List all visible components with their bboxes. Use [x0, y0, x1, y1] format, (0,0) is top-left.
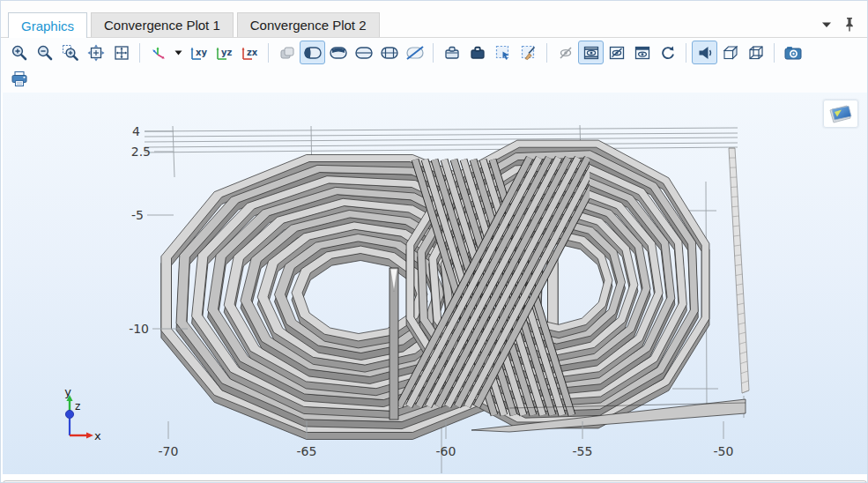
graphics-canvas[interactable]: 42.5-5-10-70-65-60-55-50yzx [3, 93, 867, 474]
svg-text:y: y [64, 385, 71, 398]
graphics-toolbar: xy yz zx [1, 38, 867, 93]
toolbar-separator [546, 43, 547, 63]
svg-text:-70: -70 [159, 444, 179, 458]
svg-text:xy: xy [196, 48, 207, 57]
brush-icon [520, 44, 538, 62]
box-3d-icon [722, 44, 739, 62]
package-light-icon [443, 44, 461, 62]
view-thumbnail-button[interactable] [823, 100, 858, 128]
render-cap-top-button[interactable] [325, 41, 351, 64]
cylinder-split-icon [354, 46, 374, 60]
svg-text:zx: zx [247, 48, 258, 57]
scene-light-button[interactable] [692, 41, 717, 64]
tab-convergence-plot-1[interactable]: Convergence Plot 1 [91, 12, 234, 37]
plot-area: 42.5-5-10-70-65-60-55-50yzx [3, 93, 867, 475]
view-dropdown-button[interactable] [171, 41, 186, 64]
view-hidden-only-button[interactable] [604, 41, 629, 64]
zoom-in-button[interactable] [6, 41, 32, 64]
zoom-extents-button[interactable] [83, 41, 108, 64]
scene-thumbnail-icon [827, 103, 854, 124]
render-off-button[interactable] [402, 41, 427, 64]
eye-slash-gray-icon [557, 44, 575, 62]
zoom-out-icon [36, 44, 54, 62]
toolbar-row-2 [1, 67, 867, 92]
zoom-box-icon [62, 44, 79, 62]
chevron-down-icon[interactable] [820, 18, 834, 32]
zoom-out-button[interactable] [32, 41, 57, 64]
transparency-button[interactable] [274, 41, 300, 64]
svg-text:4: 4 [132, 124, 140, 138]
svg-text:x: x [94, 429, 101, 442]
zoom-in-icon [11, 44, 28, 62]
xy-view-icon: xy [189, 44, 210, 62]
speaker-icon [696, 44, 714, 62]
camera-icon [783, 44, 803, 62]
render-split-button[interactable] [351, 41, 376, 64]
clear-selection-brush-button[interactable] [516, 41, 541, 64]
scene-package-dark-button[interactable] [464, 41, 490, 64]
svg-text:-60: -60 [436, 444, 456, 458]
reset-arrow-icon [659, 44, 677, 62]
toolbar-separator [774, 43, 775, 63]
eye-slash-box-icon [608, 44, 626, 62]
svg-text:yz: yz [221, 48, 233, 57]
zx-view-icon: zx [240, 44, 261, 62]
toolbar-separator [139, 43, 140, 63]
box-solid-button[interactable] [717, 41, 743, 64]
zoom-box-button[interactable] [57, 41, 83, 64]
tab-bar: Graphics Convergence Plot 1 Convergence … [1, 1, 867, 38]
image-snapshot-button[interactable] [780, 41, 805, 64]
go-to-zx-view-button[interactable]: zx [237, 41, 263, 64]
tab-convergence-plot-2[interactable]: Convergence Plot 2 [237, 12, 380, 37]
toolbar-separator [433, 43, 434, 63]
render-caps-button[interactable] [376, 41, 402, 64]
print-button[interactable] [6, 68, 32, 92]
printer-icon [10, 71, 29, 88]
cylinder-cap-top-icon [329, 46, 348, 60]
svg-text:-5: -5 [131, 208, 144, 222]
toolbar-separator [686, 43, 686, 63]
default-3d-view-button[interactable] [145, 41, 171, 64]
yz-view-icon: yz [214, 44, 235, 62]
cylinder-cap-left-icon [303, 46, 323, 60]
transparency-icon [278, 44, 296, 62]
scene-package-light-button[interactable] [439, 41, 464, 64]
svg-text:-55: -55 [573, 444, 593, 458]
pin-icon[interactable] [842, 18, 857, 32]
svg-text:-10: -10 [129, 322, 149, 336]
show-hidden-button[interactable] [629, 41, 655, 64]
package-dark-icon [469, 44, 486, 62]
toolbar-row-1: xy yz zx [1, 38, 867, 67]
svg-text:2.5: 2.5 [131, 145, 151, 159]
select-arrow-icon [494, 44, 512, 62]
tab-graphics[interactable]: Graphics [8, 12, 87, 38]
view-unhidden-only-button[interactable] [578, 41, 604, 64]
pan-cross-icon [113, 44, 130, 62]
toolbar-separator [268, 43, 269, 63]
reset-hiding-button[interactable] [655, 41, 680, 64]
render-cap-left-button[interactable] [300, 41, 325, 64]
zoom-extents-icon [87, 44, 105, 62]
eye-box-icon [582, 44, 600, 62]
box-wireframe-icon [747, 44, 765, 62]
hide-entities-button[interactable] [553, 41, 578, 64]
svg-text:-65: -65 [297, 444, 317, 458]
svg-text:-50: -50 [714, 444, 734, 458]
go-to-yz-view-button[interactable]: yz [211, 41, 237, 64]
svg-text:z: z [75, 400, 80, 412]
box-wireframe-button[interactable] [743, 41, 768, 64]
cylinder-caps-icon [380, 46, 399, 60]
zoom-selected-button[interactable] [108, 41, 134, 64]
dropdown-caret-icon [174, 50, 182, 56]
cylinder-slash-icon [405, 46, 425, 60]
go-to-xy-view-button[interactable]: xy [186, 41, 211, 64]
tab-controls [820, 18, 867, 37]
eye-box-bar-icon [634, 44, 651, 62]
axis-triad-icon [150, 44, 167, 62]
graphics-window: Graphics Convergence Plot 1 Convergence … [0, 0, 868, 483]
select-box-button[interactable] [490, 41, 516, 64]
